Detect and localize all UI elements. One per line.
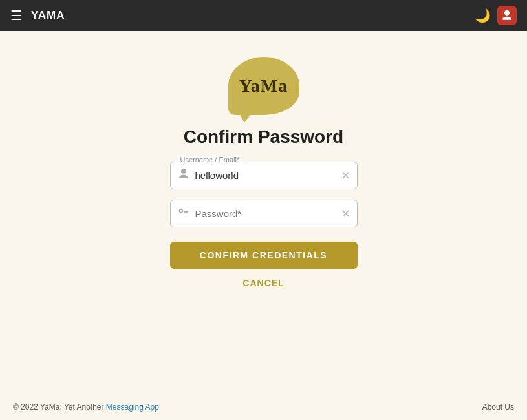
header-left: ☰ YAMA [10,8,65,23]
app-title: YAMA [31,9,65,22]
user-avatar[interactable] [497,6,517,25]
header: ☰ YAMA 🌙 [0,0,527,31]
footer-left-text: © 2022 YaMa: Yet Another [13,403,106,412]
person-icon [177,167,190,184]
username-input-inner: ✕ [171,162,357,189]
page-title: Confirm Password [184,127,343,147]
logo-container: YaMa [228,57,299,115]
logo-bubble: YaMa [228,57,299,115]
clear-password-icon[interactable]: ✕ [341,207,350,221]
cancel-link[interactable]: CANCEL [242,278,284,288]
password-field-wrapper: ✕ [170,200,358,227]
form-container: Confirm Password Username / Email* ✕ [167,127,361,288]
username-label: Username / Email* [178,156,242,163]
footer-copyright: © 2022 YaMa: Yet Another Messaging App [13,403,159,412]
password-input[interactable] [195,208,341,219]
confirm-credentials-button[interactable]: CONFIRM CREDENTIALS [170,242,358,269]
password-input-inner: ✕ [171,200,357,227]
moon-icon[interactable]: 🌙 [475,8,491,23]
key-icon [177,205,190,222]
username-input[interactable] [195,170,341,181]
about-us-link[interactable]: About Us [482,403,514,412]
footer-link-text[interactable]: Messaging App [106,403,159,412]
clear-username-icon[interactable]: ✕ [341,169,350,183]
username-field-wrapper: Username / Email* ✕ [170,162,358,189]
main-content: YaMa Confirm Password Username / Email* … [0,31,527,394]
footer: © 2022 YaMa: Yet Another Messaging App A… [0,394,527,420]
header-right: 🌙 [475,6,517,25]
hamburger-icon[interactable]: ☰ [10,8,22,23]
logo-text: YaMa [239,76,288,96]
